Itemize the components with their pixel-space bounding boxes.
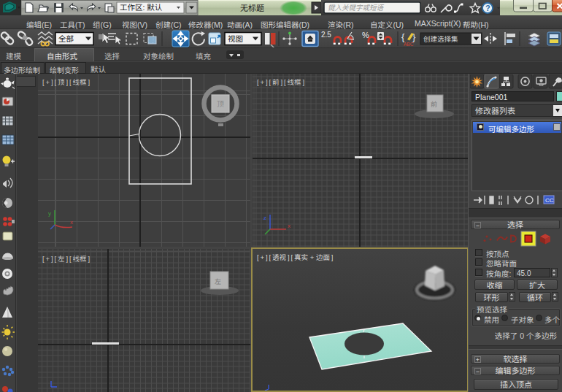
svg-text:2.5: 2.5 bbox=[321, 31, 331, 39]
svg-text:全部: 全部 bbox=[58, 34, 74, 43]
svg-text:创建选择集: 创建选择集 bbox=[423, 35, 458, 43]
svg-text:}: } bbox=[412, 31, 416, 42]
svg-text:左: 左 bbox=[215, 278, 221, 285]
svg-text:工作区: 默认: 工作区: 默认 bbox=[120, 3, 163, 12]
svg-text:ABC: ABC bbox=[404, 42, 414, 47]
svg-text:前: 前 bbox=[431, 101, 437, 108]
svg-text:键入关键字或短语: 键入关键字或短语 bbox=[328, 4, 385, 12]
svg-text:视图: 视图 bbox=[228, 34, 243, 43]
svg-text:y: y bbox=[48, 210, 51, 217]
svg-text:x: x bbox=[70, 219, 73, 226]
svg-text:z: z bbox=[263, 215, 266, 221]
svg-text:{: { bbox=[401, 31, 405, 42]
svg-text:无标题: 无标题 bbox=[240, 4, 264, 12]
svg-text:?: ? bbox=[485, 4, 490, 12]
svg-text:x: x bbox=[288, 223, 290, 229]
svg-text:顶: 顶 bbox=[217, 100, 224, 108]
svg-text:CC: CC bbox=[545, 197, 554, 204]
